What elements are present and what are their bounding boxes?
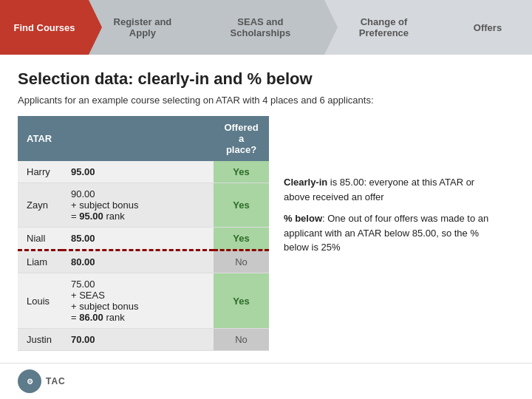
- table-row: Justin 70.00 No: [18, 329, 269, 351]
- percent-below-term: % below: [284, 213, 322, 224]
- table-row: Niall 85.00 Yes: [18, 228, 269, 250]
- nav-offers[interactable]: Offers: [443, 0, 532, 55]
- applicant-atar: 75.00+ SEAS+ subject bonus= 86.00 rank: [62, 273, 214, 329]
- applicant-name: Liam: [18, 250, 62, 273]
- applicant-atar: 70.00: [62, 329, 214, 351]
- applicant-offered: Yes: [214, 161, 269, 183]
- footer-logo: ⚙: [18, 369, 41, 393]
- percent-below-explanation: % below: One out of four offers was made…: [284, 211, 498, 255]
- applicant-atar: 85.00: [62, 228, 214, 250]
- nav-find-courses-label: Find Courses: [13, 22, 75, 33]
- nav-register-apply-label: Register and Apply: [102, 16, 183, 38]
- clearly-in-explanation: Clearly-in is 85.00: everyone at this AT…: [284, 175, 498, 204]
- col-header-atar: ATAR: [18, 116, 214, 161]
- nav-change-preference-label: Change of Preference: [338, 16, 430, 38]
- page-title: Selection data: clearly-in and % below: [18, 69, 514, 89]
- main-layout: ATAR Offered a place? Harry 95.00 Yes Za…: [18, 116, 514, 351]
- applicant-name: Zayn: [18, 183, 62, 228]
- nav-seas-scholarships[interactable]: SEAS and Scholarships: [197, 0, 324, 55]
- applicant-offered: Yes: [214, 273, 269, 329]
- applicant-name: Justin: [18, 329, 62, 351]
- navigation-bar: Find Courses Register and Apply SEAS and…: [0, 0, 532, 55]
- applicant-atar: 80.00: [62, 250, 214, 273]
- content-area: Selection data: clearly-in and % below A…: [0, 55, 532, 363]
- table-row: Liam 80.00 No: [18, 250, 269, 273]
- table-container: ATAR Offered a place? Harry 95.00 Yes Za…: [18, 116, 269, 351]
- side-info: Clearly-in is 85.00: everyone at this AT…: [284, 116, 498, 262]
- applicants-table: ATAR Offered a place? Harry 95.00 Yes Za…: [18, 116, 269, 351]
- nav-register-apply[interactable]: Register and Apply: [89, 0, 197, 55]
- applicant-name: Niall: [18, 228, 62, 250]
- applicant-offered: Yes: [214, 228, 269, 250]
- footer-logo-text: ⚙: [27, 378, 33, 386]
- nav-seas-scholarships-label: SEAS and Scholarships: [210, 16, 311, 38]
- table-row: Harry 95.00 Yes: [18, 161, 269, 183]
- page-subtitle: Applicants for an example course selecti…: [18, 95, 514, 106]
- nav-offers-label: Offers: [474, 22, 502, 33]
- applicant-name: Louis: [18, 273, 62, 329]
- nav-find-courses[interactable]: Find Courses: [0, 0, 89, 55]
- applicant-offered: No: [214, 329, 269, 351]
- applicant-atar: 95.00: [62, 161, 214, 183]
- clearly-in-term: Clearly-in: [284, 177, 327, 188]
- table-row: Zayn 90.00+ subject bonus= 95.00 rank Ye…: [18, 183, 269, 228]
- footer: ⚙ TAC: [0, 363, 532, 399]
- applicant-atar: 90.00+ subject bonus= 95.00 rank: [62, 183, 214, 228]
- col-header-offered: Offered a place?: [214, 116, 269, 161]
- applicant-offered: Yes: [214, 183, 269, 228]
- applicant-offered: No: [214, 250, 269, 273]
- table-row: Louis 75.00+ SEAS+ subject bonus= 86.00 …: [18, 273, 269, 329]
- nav-change-preference[interactable]: Change of Preference: [324, 0, 443, 55]
- footer-brand: TAC: [46, 376, 66, 386]
- applicant-name: Harry: [18, 161, 62, 183]
